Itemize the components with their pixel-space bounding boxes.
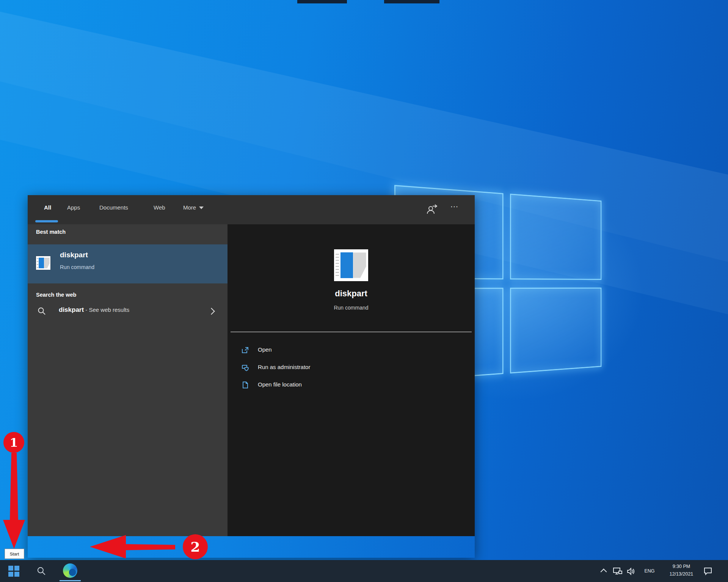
tray-chevron-up-icon[interactable]	[601, 569, 607, 575]
action-open-file-location[interactable]: Open file location	[228, 377, 475, 394]
sign-in-icon[interactable]	[426, 203, 438, 215]
open-icon	[242, 346, 249, 354]
active-tab-indicator	[35, 220, 58, 222]
logo-pane	[510, 194, 601, 280]
tab-more[interactable]: More	[183, 204, 204, 211]
annotation-arrow-down	[0, 451, 30, 553]
search-results-column: Best match diskpart Run command Search t…	[28, 224, 228, 536]
diskpart-app-icon-large	[334, 249, 368, 281]
open-file-location-icon	[242, 381, 249, 389]
annotation-step-1-badge: 1	[3, 432, 24, 453]
tab-apps[interactable]: Apps	[67, 204, 80, 211]
search-icon	[37, 307, 46, 316]
web-search-result[interactable]: diskpart - See web results	[28, 300, 228, 323]
annotation-step-2-badge: 2	[183, 534, 208, 559]
web-result-query: diskpart	[59, 306, 84, 313]
tab-all[interactable]: All	[44, 204, 51, 211]
windows-logo-icon	[8, 566, 19, 577]
logo-pane	[510, 288, 601, 374]
tab-web[interactable]: Web	[154, 204, 165, 211]
result-title: diskpart	[60, 251, 88, 259]
section-search-the-web: Search the web	[36, 292, 76, 298]
tray-time: 9:30 PM	[664, 564, 698, 569]
action-label: Run as administrator	[258, 364, 310, 370]
tab-documents[interactable]: Documents	[99, 204, 128, 211]
search-icon	[36, 566, 46, 576]
action-label: Open	[258, 346, 272, 353]
top-dark-strip	[297, 0, 347, 3]
section-best-match: Best match	[36, 229, 66, 235]
desktop-screen: All Apps Documents Web More … Best match	[0, 0, 728, 582]
volume-icon[interactable]	[626, 567, 635, 576]
annotation-arrow-left	[87, 530, 178, 565]
tray-date: 12/13/2021	[664, 571, 698, 577]
more-options-icon[interactable]: …	[450, 200, 459, 210]
action-center-icon[interactable]	[703, 566, 713, 576]
running-app-indicator	[60, 580, 81, 581]
start-button[interactable]	[0, 560, 28, 582]
action-label: Open file location	[258, 381, 302, 388]
diskpart-app-icon	[36, 256, 50, 270]
top-dark-strip	[384, 0, 439, 3]
web-result-suffix: - See web results	[84, 307, 129, 313]
edge-icon	[63, 563, 77, 578]
chevron-right-icon	[208, 308, 215, 314]
preview-subtitle: Run command	[228, 305, 475, 311]
chevron-down-icon	[199, 207, 204, 209]
network-icon[interactable]	[613, 567, 623, 576]
preview-divider	[231, 332, 472, 332]
best-match-result-diskpart[interactable]: diskpart Run command	[28, 244, 228, 283]
tray-language[interactable]: ENG	[641, 568, 658, 574]
result-preview-pane: diskpart Run command Open Run as adminis…	[228, 224, 475, 536]
run-as-administrator-icon	[242, 364, 249, 371]
start-search-panel: All Apps Documents Web More … Best match	[28, 195, 475, 558]
preview-title: diskpart	[228, 289, 475, 299]
action-run-as-administrator[interactable]: Run as administrator	[228, 359, 475, 377]
action-open[interactable]: Open	[228, 342, 475, 359]
taskbar-search-button[interactable]	[32, 560, 51, 582]
tab-more-label: More	[183, 204, 196, 211]
edge-browser-button[interactable]	[58, 560, 83, 582]
search-filter-tabbar: All Apps Documents Web More …	[28, 195, 475, 224]
result-subtitle: Run command	[60, 264, 94, 270]
